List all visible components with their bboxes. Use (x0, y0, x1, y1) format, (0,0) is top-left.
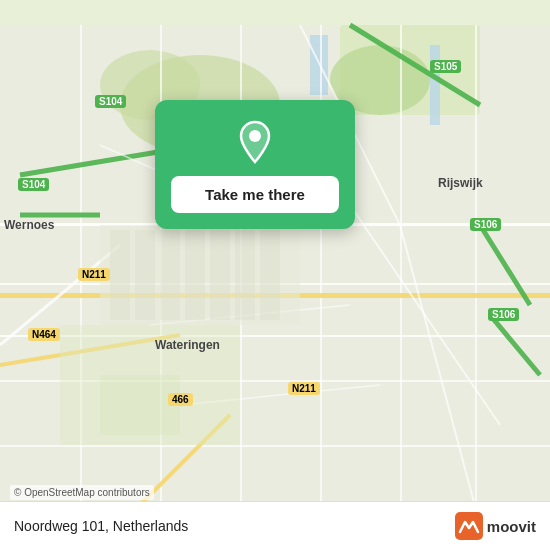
badge-s106-top: S106 (470, 218, 501, 231)
badge-n464: N464 (28, 328, 60, 341)
badge-n211-bot: N211 (288, 382, 320, 395)
label-wernoes: Wernoes (4, 218, 54, 232)
moovit-icon (455, 512, 483, 540)
badge-s106-bot: S106 (488, 308, 519, 321)
popup-card: Take me there (155, 100, 355, 229)
svg-rect-39 (160, 230, 180, 320)
svg-rect-42 (235, 230, 255, 320)
svg-rect-43 (260, 230, 280, 320)
take-me-there-button[interactable]: Take me there (171, 176, 339, 213)
label-wateringen: Wateringen (155, 338, 220, 352)
address-text: Noordweg 101, Netherlands (14, 518, 188, 534)
badge-s104-left: S104 (18, 178, 49, 191)
svg-rect-38 (135, 230, 155, 320)
map-container: S104 S104 S105 S106 S106 N211 N211 N464 … (0, 0, 550, 550)
svg-rect-11 (0, 445, 550, 447)
label-rijswijk: Rijswijk (438, 176, 483, 190)
svg-rect-6 (430, 45, 440, 125)
pin-icon (231, 118, 279, 166)
bottom-bar: Noordweg 101, Netherlands moovit (0, 501, 550, 550)
badge-n211-left: N211 (78, 268, 110, 281)
badge-466: 466 (168, 393, 193, 406)
svg-rect-41 (210, 230, 230, 320)
svg-point-44 (249, 130, 261, 142)
badge-s105: S105 (430, 60, 461, 73)
svg-rect-40 (185, 230, 205, 320)
copyright-text: © OpenStreetMap contributors (10, 485, 154, 500)
moovit-logo: moovit (455, 512, 536, 540)
badge-s104-top: S104 (95, 95, 126, 108)
svg-rect-16 (400, 25, 402, 525)
moovit-text: moovit (487, 518, 536, 535)
svg-rect-37 (110, 230, 130, 320)
